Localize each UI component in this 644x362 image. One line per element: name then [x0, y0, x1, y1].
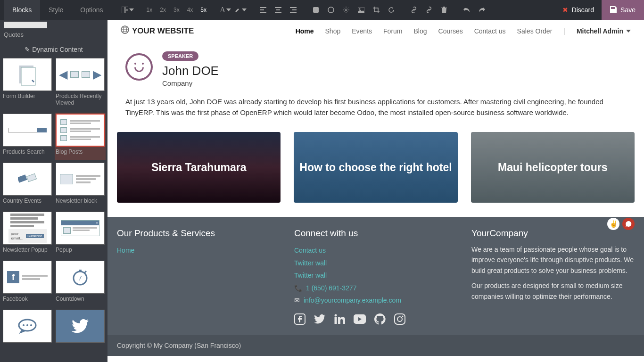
block-label-quotes: Quotes [0, 28, 107, 39]
footer-link-twitter1[interactable]: Twitter wall [294, 257, 457, 270]
discard-button[interactable]: ✖ Discard [555, 2, 602, 17]
block-facebook[interactable]: f Facebook [3, 261, 52, 306]
trash-icon[interactable] [438, 3, 451, 16]
nav-events[interactable]: Events [352, 27, 372, 35]
svg-point-7 [359, 8, 361, 10]
shape-circle-icon[interactable] [324, 3, 338, 16]
user-menu[interactable]: Mitchell Admin [577, 27, 631, 35]
nav-contact[interactable]: Contact us [474, 27, 506, 35]
redo-icon[interactable] [475, 3, 488, 16]
svg-rect-1 [125, 7, 128, 9]
facebook-icon[interactable] [294, 313, 305, 328]
twitter-icon[interactable] [314, 313, 325, 328]
site-header: YOUR WEBSITE Home Shop Events Forum Blog… [107, 20, 644, 42]
svg-rect-10 [18, 174, 27, 182]
block-popup[interactable]: × Popup [56, 212, 105, 257]
size-2x[interactable]: 2x [157, 7, 169, 13]
svg-rect-23 [335, 317, 337, 324]
tab-options[interactable]: Options [72, 0, 111, 20]
svg-rect-9 [21, 67, 35, 85]
envelope-icon: ✉ [294, 294, 300, 307]
shape-square-icon[interactable] [309, 3, 322, 16]
blog-card-1[interactable]: Sierra Tarahumara [117, 132, 281, 203]
footer-col2-title: Connect with us [294, 228, 457, 239]
svg-point-16 [23, 324, 25, 326]
blog-card-3[interactable]: Maui helicopter tours [471, 132, 635, 203]
gear-icon[interactable] [339, 3, 353, 16]
layout-icon[interactable] [121, 3, 134, 16]
block-products-recently-viewed[interactable]: ◀▶ Products Recently Viewed [56, 58, 105, 110]
nav-shop[interactable]: Shop [325, 27, 341, 35]
nav-sales-order[interactable]: Sales Order [517, 27, 553, 35]
peace-icon[interactable]: ✌️ [607, 218, 619, 230]
svg-point-4 [328, 7, 334, 13]
preview-canvas: YOUR WEBSITE Home Shop Events Forum Blog… [107, 20, 644, 362]
site-logo[interactable]: YOUR WEBSITE [121, 25, 194, 36]
svg-point-27 [402, 315, 404, 317]
magic-icon: ✎ [25, 46, 30, 53]
block-chat[interactable] [3, 310, 52, 348]
block-blog-posts[interactable]: Blog Posts [55, 113, 106, 160]
tab-blocks[interactable]: Blocks [4, 0, 40, 20]
chevron-down-icon [626, 30, 631, 33]
link-icon[interactable] [407, 3, 421, 16]
footer-phone[interactable]: 1 (650) 691-3277 [306, 282, 356, 295]
svg-point-22 [335, 314, 337, 316]
crop-icon[interactable] [370, 3, 383, 16]
linkedin-icon[interactable] [334, 313, 345, 328]
align-left-icon[interactable] [256, 3, 270, 16]
highlight-icon[interactable] [234, 3, 247, 16]
block-form-builder[interactable]: Form Builder [3, 58, 52, 110]
block-newsletter-popup[interactable]: your email...Subscribe Newsletter Popup [3, 212, 52, 257]
copyright: Copyright © My Company (San Francisco) [107, 335, 644, 356]
svg-rect-13 [79, 270, 82, 272]
block-countdown[interactable]: 7 Countdown [56, 261, 105, 306]
unlink-icon[interactable] [422, 3, 436, 16]
save-icon [610, 6, 617, 14]
speaker-bio: At just 13 years old, John DOE was alrea… [107, 92, 644, 127]
nav-courses[interactable]: Courses [438, 27, 463, 35]
blocks-sidebar: Quotes ✎ Dynamic Content Form Builder ◀▶… [0, 20, 107, 362]
github-icon[interactable] [374, 313, 386, 328]
block-newsletter-block[interactable]: Newsletter block [56, 163, 105, 208]
nav-blog[interactable]: Blog [414, 27, 427, 35]
sidebar-section-title: ✎ Dynamic Content [0, 39, 107, 58]
block-products-search[interactable]: Products Search [3, 114, 52, 159]
nav-forum[interactable]: Forum [383, 27, 402, 35]
footer-email[interactable]: info@yourcompany.example.com [304, 294, 401, 307]
speaker-avatar [125, 53, 153, 81]
svg-rect-2 [125, 10, 128, 13]
nav-home[interactable]: Home [296, 27, 314, 35]
svg-rect-0 [122, 7, 124, 13]
block-thumb-quotes[interactable] [4, 22, 47, 28]
block-country-events[interactable]: Country Events [3, 163, 52, 208]
size-1x[interactable]: 1x [144, 7, 156, 13]
size-5x[interactable]: 5x [198, 7, 209, 13]
block-twitter[interactable] [56, 310, 105, 348]
save-button[interactable]: Save [602, 0, 644, 20]
align-right-icon[interactable] [287, 3, 300, 16]
blog-card-2[interactable]: How to choose the right hotel [294, 132, 457, 203]
size-3x[interactable]: 3x [171, 7, 182, 13]
close-icon: ✖ [562, 6, 568, 14]
chat-fab-icon[interactable] [622, 218, 635, 230]
site-footer: Our Products & Services Home Connect wit… [107, 217, 644, 335]
svg-rect-11 [26, 173, 36, 181]
footer-link-home[interactable]: Home [117, 244, 280, 257]
footer-link-contact[interactable]: Contact us [294, 244, 457, 257]
youtube-icon[interactable] [354, 313, 366, 328]
undo-icon[interactable] [460, 3, 473, 16]
size-4x[interactable]: 4x [184, 7, 196, 13]
image-icon[interactable] [355, 3, 368, 16]
tab-style[interactable]: Style [40, 0, 72, 20]
footer-link-twitter2[interactable]: Twitter wall [294, 269, 457, 282]
speaker-company: Company [162, 79, 219, 87]
refresh-icon[interactable] [385, 3, 398, 16]
align-center-icon[interactable] [272, 3, 285, 16]
speaker-name: John DOE [162, 64, 219, 78]
svg-point-5 [345, 9, 347, 11]
footer-col1-title: Our Products & Services [117, 228, 280, 239]
instagram-icon[interactable] [394, 313, 405, 328]
speaker-badge: SPEAKER [162, 51, 198, 61]
font-icon[interactable]: A [219, 3, 232, 16]
